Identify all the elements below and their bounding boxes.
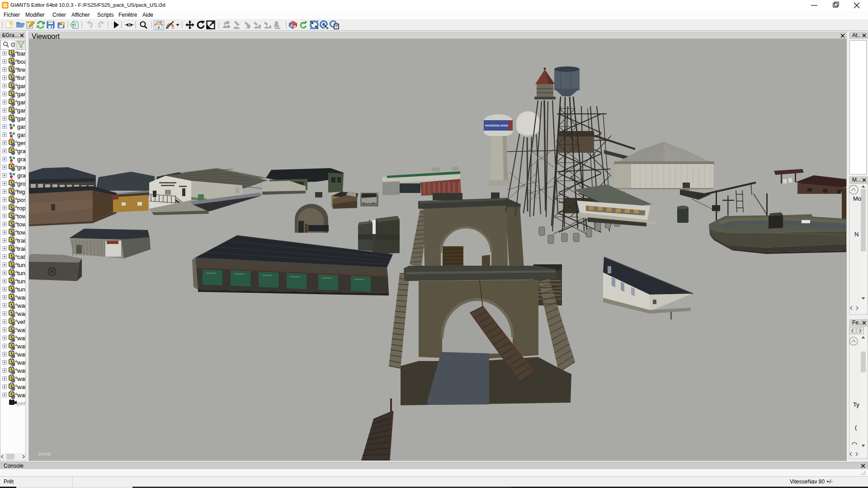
svg-text:vehicl: vehicl xyxy=(17,319,25,325)
svg-text:B: B xyxy=(293,24,297,29)
svg-text:tower: tower xyxy=(17,213,25,220)
svg-text:garag: garag xyxy=(17,91,25,98)
svg-text:grain: grain xyxy=(17,172,25,179)
svg-text:wareh: wareh xyxy=(17,294,25,301)
svg-text:gas_s: gas_s xyxy=(17,123,25,130)
svg-text:cattle: cattle xyxy=(17,253,25,260)
svg-text:fire: fire xyxy=(17,66,25,73)
svg-text:A: A xyxy=(290,23,293,28)
svg-text:groun: groun xyxy=(17,180,25,187)
svg-text:grain: grain xyxy=(17,164,25,171)
svg-text:tower: tower xyxy=(17,229,25,236)
svg-text:water: water xyxy=(17,359,25,366)
svg-text:gener: gener xyxy=(17,140,25,146)
svg-text:tower: tower xyxy=(17,221,25,228)
svg-text:garag: garag xyxy=(17,115,25,122)
svg-text:tunne: tunne xyxy=(17,270,25,277)
svg-text:N: N xyxy=(854,231,859,238)
svg-text:water: water xyxy=(17,384,25,390)
svg-text:grain: grain xyxy=(17,156,25,163)
svg-text:RIVERBEND SPRIN: RIVERBEND SPRIN xyxy=(485,124,508,127)
svg-text:wareh: wareh xyxy=(17,310,25,317)
svg-text:Ty: Ty xyxy=(853,401,859,408)
svg-text:garag: garag xyxy=(17,83,25,89)
svg-text:gas_s: gas_s xyxy=(17,131,25,138)
svg-text:barn: barn xyxy=(17,50,25,57)
svg-text:trail: trail xyxy=(17,245,25,252)
svg-text:tunne: tunne xyxy=(17,278,25,285)
svg-text:tunne: tunne xyxy=(17,262,25,268)
svg-text:rope: rope xyxy=(17,205,25,211)
svg-text:garag: garag xyxy=(17,107,25,114)
svg-text:garag: garag xyxy=(17,99,25,106)
svg-text:water: water xyxy=(17,351,25,358)
svg-text:persp: persp xyxy=(17,400,25,407)
svg-text:fish: fish xyxy=(17,75,25,81)
svg-text:Mo: Mo xyxy=(853,195,861,202)
svg-text:tunne: tunne xyxy=(17,286,25,293)
svg-text:boat: boat xyxy=(17,58,25,65)
svg-text:trail: trail xyxy=(17,237,25,244)
svg-text:(: ( xyxy=(855,424,857,431)
svg-text:water: water xyxy=(17,367,25,374)
svg-text:water: water xyxy=(17,343,25,350)
svg-text:water: water xyxy=(17,375,25,382)
svg-text:wareh: wareh xyxy=(17,302,25,309)
svg-text:water: water xyxy=(17,392,25,399)
svg-text:post: post xyxy=(17,197,25,203)
svg-text:highw: highw xyxy=(17,188,25,195)
svg-text:grain: grain xyxy=(17,148,25,155)
svg-text:water: water xyxy=(17,335,25,342)
svg-text:water: water xyxy=(17,327,25,333)
